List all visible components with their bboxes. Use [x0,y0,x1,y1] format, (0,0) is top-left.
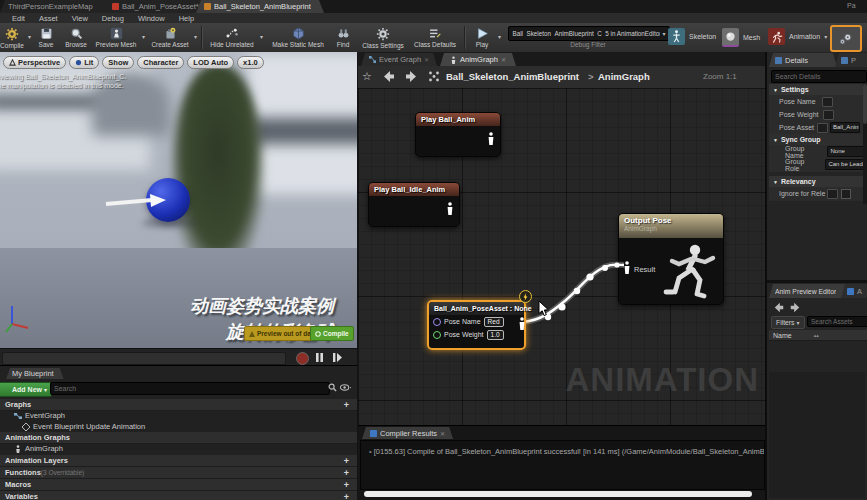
node-ball-anim-poseasset[interactable]: Ball_Anim_PoseAsset : None Pose Name Red… [427,300,526,350]
section-variables[interactable]: Variables+ [0,491,357,500]
compiler-results-tab[interactable]: Compiler Results ✕ [362,427,453,439]
compiler-h-scrollbar[interactable] [364,491,752,497]
back-arrow-button[interactable] [382,70,396,83]
show-button[interactable]: Show [102,56,134,69]
add-layer-button[interactable]: + [344,456,349,466]
create-asset-caret[interactable]: ▾ [194,33,197,40]
bind-icon[interactable] [823,110,834,120]
record-button[interactable] [296,352,309,365]
tab-ball-anim-poseasset[interactable]: Ball_Anim_PoseAsset* [104,0,210,13]
step-forward-button[interactable] [332,352,343,363]
pause-button[interactable] [315,352,324,363]
asset-browser-tab-partial[interactable]: A [841,284,867,298]
anim-search-input[interactable] [807,316,867,327]
tab-thirdpersonexamplemap[interactable]: ThirdPersonExampleMap [0,0,119,13]
favorite-star-icon[interactable]: ☆ [362,70,372,83]
viewport-compile-button[interactable]: Compile [310,326,354,341]
pose-name-pin[interactable] [433,318,441,326]
details-scrollbar[interactable] [863,84,867,204]
menu-window[interactable]: Window [138,14,165,23]
section-animation-layers[interactable]: Animation Layers+ [0,455,357,467]
details-tab2-partial[interactable]: P [835,53,867,67]
pose-output-pin[interactable] [518,317,526,330]
section-macros[interactable]: Macros+ [0,479,357,491]
perspective-button[interactable]: Perspective [3,56,66,69]
bind-icon[interactable] [827,189,838,199]
debug-filter-dropdown[interactable]: Ball_Skeleton_AnimBlueprint_C_5 in Anima… [508,26,670,41]
tab-close-icon[interactable]: ✕ [440,430,445,437]
timeline-scrubber[interactable] [2,352,286,365]
graph-tab-animgraph[interactable]: AnimGraph ✕ [440,53,516,66]
item-eventgraph[interactable]: EventGraph [0,410,366,421]
preview-mesh-caret[interactable]: ▾ [142,33,145,40]
breadcrumb-root[interactable]: Ball_Skeleton_AnimBlueprint [446,71,579,82]
node-play-ball-idle-anim[interactable]: Play Ball_Idle_Anim [368,182,460,227]
add-macro-button[interactable]: + [344,480,349,490]
mode-graph-button-active[interactable] [830,25,862,52]
pose-output-pin[interactable] [487,132,495,145]
hide-unrelated-caret[interactable]: ▾ [260,33,263,40]
forward-arrow-button[interactable] [404,70,418,83]
graph-canvas[interactable]: ANIMATION Play Ball_Anim Play Ball_Idle_… [358,88,765,425]
character-button[interactable]: Character [137,56,184,69]
add-new-button[interactable]: Add New ▾ [0,382,52,397]
pose-weight-pin[interactable] [433,331,441,339]
play-caret[interactable]: ▾ [498,33,501,40]
menu-edit[interactable]: Edit [12,14,25,23]
menu-help[interactable]: Help [179,14,194,23]
class-settings-button[interactable]: Class Settings [358,24,408,51]
tab-close-icon[interactable]: ✕ [424,56,429,63]
anim-back-button[interactable] [773,302,785,313]
create-asset-button[interactable]: Create Asset [148,24,192,51]
details-tab[interactable]: Details [769,53,837,67]
section-functions[interactable]: Functions (3 Overridable) + [0,467,357,479]
item-event-blueprint-update-animation[interactable]: Event Blueprint Update Animation [0,421,374,432]
name-column-header[interactable]: Name ▴▴ [769,330,867,341]
preview-viewport[interactable]: Perspective Lit Show Character LOD Auto … [0,52,357,348]
menu-view[interactable]: View [72,14,88,23]
find-button[interactable]: Find [330,24,356,51]
mode-mesh-button[interactable]: Mesh [722,28,760,47]
compiler-log-area[interactable]: • [0155.63] Compile of Ball_Skeleton_Ani… [360,440,765,490]
node-output-pose[interactable]: Output Pose AnimGraph Result [618,213,724,305]
pose-weight-value-field[interactable]: 1.0 [487,330,504,340]
mode-animation-button[interactable]: Animation ▾ [768,28,827,45]
playback-speed-button[interactable]: x1.0 [237,56,264,69]
eye-filter-icon[interactable] [340,383,351,392]
save-button[interactable]: Save [32,24,60,51]
asset-icon[interactable] [817,123,828,133]
details-search-input[interactable] [771,70,867,83]
my-blueprint-search-input[interactable] [50,382,330,395]
add-variable-button[interactable]: + [344,492,349,500]
pose-output-pin[interactable] [446,202,454,215]
pose-asset-value[interactable]: Ball_Anim_Pos [830,122,860,133]
lit-button[interactable]: Lit [69,56,99,69]
add-function-button[interactable]: + [344,468,349,478]
hide-unrelated-button[interactable]: Hide Unrelated [206,24,258,51]
tab-ball-skeleton-animblueprint[interactable]: Ball_Skeleton_AnimBlueprint [196,0,324,13]
group-role-value[interactable]: Can be Leader [825,159,865,170]
relevancy-checkbox[interactable] [841,189,851,199]
pose-name-value-field[interactable]: Red [484,317,504,327]
node-play-ball-anim[interactable]: Play Ball_Anim [415,112,501,157]
anim-preview-editor-tab[interactable]: Anim Preview Editor [769,284,849,298]
anim-forward-button[interactable] [789,302,801,313]
play-button[interactable]: Play [468,24,496,51]
menu-asset[interactable]: Asset [39,14,58,23]
group-name-value[interactable]: None [827,146,865,157]
mode-skeleton-button[interactable]: Skeleton [668,28,716,45]
tab-close-icon[interactable]: ✕ [501,56,506,63]
compile-dropdown-caret[interactable]: ▾ [28,33,31,40]
breadcrumb-current[interactable]: AnimGraph [598,71,650,82]
filters-dropdown[interactable]: Filters ▾ [771,316,805,329]
menu-debug[interactable]: Debug [102,14,124,23]
result-pin-icon[interactable] [623,261,631,274]
lod-auto-button[interactable]: LOD Auto [187,56,234,69]
make-static-mesh-button[interactable]: Make Static Mesh [268,24,328,51]
bind-icon[interactable] [822,97,833,107]
my-blueprint-tab[interactable]: My Blueprint [6,368,64,379]
preview-mesh-button[interactable]: Preview Mesh [92,24,140,51]
item-animgraph[interactable]: AnimGraph [0,443,366,454]
browse-button[interactable]: Browse [60,24,92,51]
class-defaults-button[interactable]: Class Defaults [410,24,460,51]
